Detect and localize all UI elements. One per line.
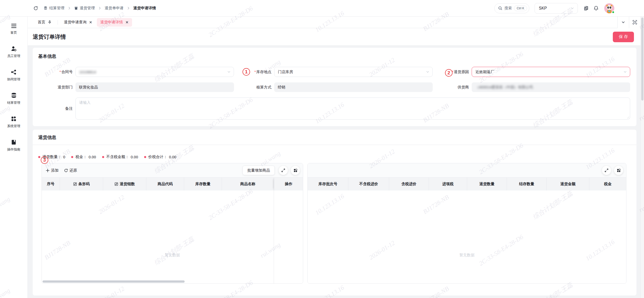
close-icon[interactable]: ✕	[89, 20, 92, 24]
column-header-batch-no[interactable]: 库存批次号	[308, 178, 348, 190]
stat-amount-ex-tax: 不含税金额： 0.00	[102, 155, 138, 159]
supplier-field: （400014爱茉莉（中国）有限公司.	[472, 82, 630, 92]
expand-table-button[interactable]	[279, 166, 288, 175]
batches-table-panel: 库存批次号 不含税进价 含税进价 进项税 退货数量 结存数量 退货金额 税金 暂…	[307, 163, 626, 284]
column-header-balance-qty[interactable]: 结存数量	[507, 178, 547, 190]
return-stats-row: 退货数量： 0 税金： 0.00 不含税金额： 0.00 价税合计： 0.00	[38, 155, 636, 159]
column-header-seq[interactable]: 序号	[42, 178, 60, 190]
batch-add-products-button[interactable]: 批量增加商品	[243, 166, 275, 175]
products-table-header: 序号 条形码 退货细数 商品	[42, 177, 303, 190]
column-header-input-tax[interactable]: 进项税	[429, 178, 467, 190]
chevron-down-icon	[227, 70, 231, 74]
supplier-value: （400014爱茉莉（中国）有限公司.	[475, 85, 534, 90]
plus-icon	[46, 169, 50, 172]
accounting-label: 核算方式	[234, 85, 274, 90]
main-content: 退货订单详情 保 存 基本信息 *合同号 10108814 *库存地点 门店库房	[28, 28, 640, 298]
column-header-product-code[interactable]: 商品代码	[146, 178, 184, 190]
expand-table-button[interactable]	[602, 166, 611, 175]
breadcrumb-item-return-apply[interactable]: 退货单申请	[105, 6, 124, 11]
tab-list-dropdown-button[interactable]	[617, 17, 629, 28]
app-root: 结算管理 退货管理 退货单申请	[0, 0, 644, 298]
search-placeholder: 搜索	[504, 6, 512, 11]
tab-label: 首页	[38, 20, 45, 25]
sidebar-nav: 首页 员工管理 协同管理	[0, 17, 28, 298]
sidebar-item-home[interactable]: 首页	[11, 24, 17, 35]
sidebar-item-label: 系统管理	[7, 124, 20, 128]
breadcrumb-item-return-mgmt[interactable]: 退货管理	[74, 6, 95, 11]
chevron-right-icon	[98, 7, 101, 10]
contract-select[interactable]: 10108814	[75, 67, 234, 77]
sidebar-item-collaboration[interactable]: 协同管理	[7, 69, 20, 82]
stat-dot	[38, 156, 40, 158]
page-title-row: 退货订单详情 保 存	[28, 28, 640, 46]
chevron-down-icon	[621, 20, 625, 24]
column-header-tax[interactable]: 税金	[589, 178, 626, 190]
online-status-dot	[612, 11, 615, 14]
top-header: 结算管理 退货管理 退货单申请	[0, 0, 644, 17]
annotation-marker-2: 2	[445, 69, 453, 77]
search-shortcut-badge: Ctrl K	[514, 6, 527, 11]
batches-table-header: 库存批次号 不含税进价 含税进价 进项税 退货数量 结存数量 退货金额 税金	[308, 177, 626, 190]
save-button[interactable]: 保 存	[613, 32, 634, 42]
restore-button[interactable]: 还原	[64, 168, 77, 173]
column-header-stock-qty[interactable]: 库存数量	[184, 178, 222, 190]
tab-return-apply-detail[interactable]: 退货申请详情 ✕	[97, 18, 132, 27]
sidebar-item-guide[interactable]: 操作指南	[7, 139, 20, 152]
page-scrollbar[interactable]	[640, 17, 644, 298]
column-header-barcode[interactable]: 条形码	[60, 178, 103, 190]
accounting-field: 经销	[274, 82, 433, 92]
column-header-return-amount[interactable]: 退货金额	[547, 178, 589, 190]
close-icon[interactable]: ✕	[126, 20, 129, 24]
breadcrumb-item-settlement[interactable]: 结算管理	[44, 6, 64, 11]
chevron-down-icon	[571, 7, 574, 10]
breadcrumb-item-current: 退货申请详情	[133, 6, 156, 11]
horizontal-scrollbar[interactable]	[43, 280, 185, 283]
fullscreen-button[interactable]	[629, 17, 640, 28]
column-header-price-ex-tax[interactable]: 不含税进价	[348, 178, 389, 190]
sidebar-item-system[interactable]: 系统管理	[7, 116, 20, 128]
return-info-card: 退货信息 退货数量： 0 税金： 0.00 不含税金额： 0.00	[33, 130, 636, 295]
notifications-button[interactable]	[593, 6, 599, 11]
add-row-button[interactable]: 添加	[46, 168, 59, 173]
database-icon	[11, 93, 17, 98]
sidebar-item-settlement[interactable]: 结算管理	[7, 93, 20, 105]
bell-icon	[593, 6, 599, 11]
tab-return-apply-query[interactable]: 退货申请查询 ✕	[60, 18, 96, 27]
stat-dot	[71, 156, 73, 158]
accounting-value: 经销	[278, 85, 285, 90]
stat-tax: 税金： 0.00	[71, 155, 96, 159]
edit-icon	[114, 182, 118, 186]
location-select[interactable]: 门店库房	[274, 67, 433, 77]
department-label: 退货部门	[38, 85, 75, 90]
scrollbar-thumb[interactable]	[641, 18, 643, 101]
settings-button[interactable]	[583, 6, 589, 11]
return-info-title: 退货信息	[38, 134, 631, 140]
column-settings-button[interactable]	[291, 166, 300, 175]
edit-icon	[73, 182, 77, 186]
column-header-return-count[interactable]: 退货细数	[103, 178, 146, 190]
tab-home[interactable]: 首页	[34, 18, 55, 27]
box-icon	[74, 6, 78, 10]
remark-textarea[interactable]: 请输入	[75, 97, 630, 120]
pin-icon[interactable]	[48, 20, 52, 24]
return-tables: 添加 还原 批量增加商品	[42, 163, 626, 284]
user-avatar[interactable]	[604, 3, 614, 13]
column-settings-button[interactable]	[614, 166, 623, 175]
sidebar-item-label: 协同管理	[7, 77, 20, 82]
chevron-right-icon	[127, 7, 130, 10]
sidebar-item-label: 操作指南	[7, 147, 20, 152]
column-header-product-name[interactable]: 商品名称	[222, 178, 274, 190]
column-header-actions: 操作	[274, 178, 303, 190]
column-header-return-qty[interactable]: 退货数量	[467, 178, 507, 190]
gear-icon	[583, 6, 589, 11]
reason-select[interactable]: 近效期返厂	[472, 67, 630, 77]
store-select[interactable]: SKP	[535, 3, 578, 14]
column-header-price-inc-tax[interactable]: 含税进价	[389, 178, 429, 190]
tab-bar: 首页 退货申请查询 ✕ 退货申请详情 ✕	[28, 17, 640, 28]
global-search-input[interactable]: 搜索 Ctrl K	[494, 3, 529, 13]
sidebar-item-employee[interactable]: 员工管理	[7, 46, 20, 58]
annotation-marker-1: 1	[243, 68, 250, 76]
refresh-icon[interactable]	[33, 6, 38, 11]
contract-value: 10108814	[79, 70, 96, 74]
open-tabs: 首页 退货申请查询 ✕ 退货申请详情 ✕	[34, 18, 132, 27]
